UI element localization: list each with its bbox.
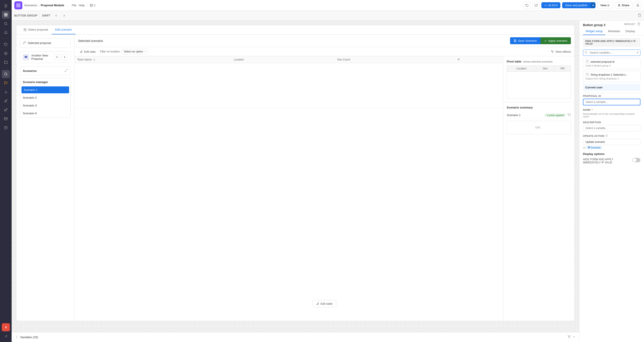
search-nav-icon[interactable] bbox=[2, 20, 10, 28]
svg-point-35 bbox=[16, 336, 17, 336]
hide-form-toggle-switch[interactable] bbox=[632, 158, 640, 162]
menu-nav-icon[interactable]: ☰ bbox=[2, 2, 10, 10]
star-icon[interactable]: ☆ bbox=[66, 3, 68, 7]
topbar-actions: v0.20.0 Save and publish ▾ View Share ☰ bbox=[524, 2, 641, 9]
branch-nav-icon[interactable] bbox=[2, 106, 10, 114]
pivot-section: Pivot table (show selected scenario) Loc… bbox=[503, 56, 574, 102]
display-options-title: Display options bbox=[583, 152, 640, 156]
right-panel-delete-button[interactable] bbox=[637, 22, 640, 26]
topbar: Scenarios › Proposal Module ☆ File Help … bbox=[12, 0, 644, 11]
toolbar2-trash-button[interactable] bbox=[638, 13, 641, 18]
col-team-name[interactable]: Team Name ⇅ bbox=[74, 56, 231, 63]
bell-nav-icon[interactable] bbox=[2, 28, 10, 37]
tab-metadata[interactable]: Metadata bbox=[605, 28, 623, 35]
undo-button[interactable] bbox=[524, 2, 531, 9]
add-button-1[interactable]: + bbox=[54, 54, 60, 60]
expand-scenarios-button[interactable] bbox=[64, 69, 68, 73]
scenario-item-2[interactable]: Scenario 2 bbox=[20, 94, 70, 102]
tab-edit-scenario[interactable]: Edit scenario bbox=[52, 25, 76, 34]
scenario-item-1[interactable]: Scenario 1 bbox=[22, 86, 69, 93]
toolbar2-separator bbox=[40, 13, 40, 18]
tab-widget-setup[interactable]: Widget setup bbox=[583, 28, 605, 35]
breadcrumb-parent[interactable]: Scenarios bbox=[24, 3, 37, 7]
svg-point-14 bbox=[6, 109, 7, 109]
right-data-panel: Pivot table (show selected scenario) Loc… bbox=[503, 56, 574, 321]
tab-select-proposal[interactable]: Select proposal bbox=[20, 25, 52, 34]
chevron-up-icon[interactable] bbox=[572, 335, 576, 339]
hamburger-button[interactable]: ☰ bbox=[634, 2, 641, 9]
flag-nav-icon[interactable] bbox=[2, 79, 10, 87]
selected-scenario-label: Selected scenario bbox=[78, 39, 103, 43]
selected-proposal-box[interactable]: Selected proposal bbox=[20, 38, 71, 48]
edit-data-button[interactable]: Edit data bbox=[78, 49, 97, 54]
canvas[interactable]: Select proposal Edit scenario bbox=[12, 20, 579, 332]
edit-nav-icon[interactable] bbox=[2, 97, 10, 105]
search-variables-input[interactable] bbox=[583, 50, 640, 56]
next-button[interactable] bbox=[60, 12, 68, 19]
proposal-id-input[interactable] bbox=[583, 99, 640, 105]
home-nav-icon[interactable] bbox=[2, 11, 10, 19]
svg-rect-3 bbox=[6, 15, 8, 16]
update-action-section: UPDATE ACTION Update scenario on Scenari… bbox=[583, 134, 640, 149]
view-effects-button[interactable]: View effects bbox=[551, 50, 571, 53]
close-nav-icon[interactable]: ✕ bbox=[2, 323, 10, 331]
description-input[interactable] bbox=[583, 125, 640, 131]
file-menu-item[interactable]: File bbox=[72, 3, 76, 7]
mail-nav-icon[interactable] bbox=[2, 115, 10, 123]
var-item-string-dropdown[interactable]: "" String dropdown 1 Selected v... Outpu… bbox=[583, 71, 640, 82]
proposal-item[interactable]: Another New Proposal + + bbox=[20, 51, 71, 63]
clear-search-icon[interactable]: ✕ bbox=[636, 51, 639, 54]
left-navigation: ☰ ✕ ↗ bbox=[0, 0, 12, 342]
save-scenario-button[interactable]: Save Scenario bbox=[510, 37, 540, 44]
data-table[interactable]: Team Name ⇅ Location Dev Count P bbox=[74, 56, 503, 321]
panel-divider bbox=[583, 93, 640, 93]
pivot-table: Location Dev PM bbox=[507, 65, 571, 98]
update-action-help-icon[interactable] bbox=[605, 134, 608, 138]
update-action-value[interactable]: Update scenario bbox=[583, 139, 640, 145]
tab-display[interactable]: Display bbox=[623, 28, 638, 35]
edit-table-button[interactable]: Edit table bbox=[312, 300, 336, 307]
var-item-selected-proposal-id[interactable]: "" selected proposal id Used in Button g… bbox=[583, 58, 640, 69]
external-nav-icon[interactable]: ↗ bbox=[2, 332, 10, 340]
selected-proposal-section: Selected proposal bbox=[20, 38, 71, 48]
prev-button[interactable] bbox=[52, 12, 60, 19]
redo-button[interactable] bbox=[532, 2, 540, 9]
breadcrumb-separator: › bbox=[38, 3, 39, 7]
svg-marker-37 bbox=[568, 336, 570, 338]
update-action-label: UPDATE ACTION bbox=[583, 134, 640, 138]
chart-nav-icon[interactable] bbox=[2, 88, 10, 96]
svg-line-8 bbox=[6, 75, 7, 75]
add-button-2[interactable]: + bbox=[62, 54, 68, 60]
save-publish-dropdown-button[interactable]: ▾ bbox=[590, 2, 596, 8]
star-nav-icon[interactable] bbox=[2, 49, 10, 57]
current-user-item[interactable]: Current user bbox=[583, 84, 640, 91]
right-panel-tabs: Widget setup Metadata Display bbox=[583, 28, 640, 35]
col-location[interactable]: Location bbox=[231, 56, 335, 63]
save-publish-button[interactable]: Save and publish bbox=[562, 2, 591, 8]
version-button[interactable]: v0.20.0 bbox=[541, 2, 560, 8]
col-dev-count[interactable]: Dev Count bbox=[335, 56, 455, 63]
scenario-item-6[interactable]: Scenario 6 bbox=[20, 109, 70, 117]
view-button[interactable]: View bbox=[597, 2, 613, 8]
search2-nav-icon[interactable] bbox=[2, 70, 10, 78]
question-nav-icon[interactable] bbox=[2, 124, 10, 132]
svg-rect-18 bbox=[17, 3, 18, 5]
app-logo[interactable] bbox=[14, 1, 22, 9]
col-p[interactable]: P bbox=[455, 56, 503, 63]
widget-content: Selected proposal Another New Proposal bbox=[16, 35, 574, 321]
filter-icon[interactable] bbox=[568, 335, 571, 339]
pages-menu-item[interactable]: 1 bbox=[90, 3, 96, 7]
scenario-badge: Scenario bbox=[586, 146, 602, 149]
svg-rect-31 bbox=[24, 56, 27, 58]
select-option-dropdown[interactable]: Select an option bbox=[122, 49, 148, 54]
undo-summary-button[interactable] bbox=[568, 113, 571, 117]
share-button[interactable]: Share bbox=[615, 2, 632, 8]
variables-label[interactable]: Variables (20) bbox=[20, 336, 38, 339]
apply-scenario-button[interactable]: Apply scenario bbox=[540, 37, 571, 44]
content-area: Select proposal Edit scenario bbox=[12, 20, 644, 342]
folder-nav-icon[interactable] bbox=[2, 58, 10, 66]
help-menu-item[interactable]: Help bbox=[79, 3, 85, 7]
svg-rect-22 bbox=[90, 4, 93, 6]
scenario-item-3[interactable]: Scenario 3 bbox=[20, 102, 70, 109]
history-nav-icon[interactable] bbox=[2, 40, 10, 48]
